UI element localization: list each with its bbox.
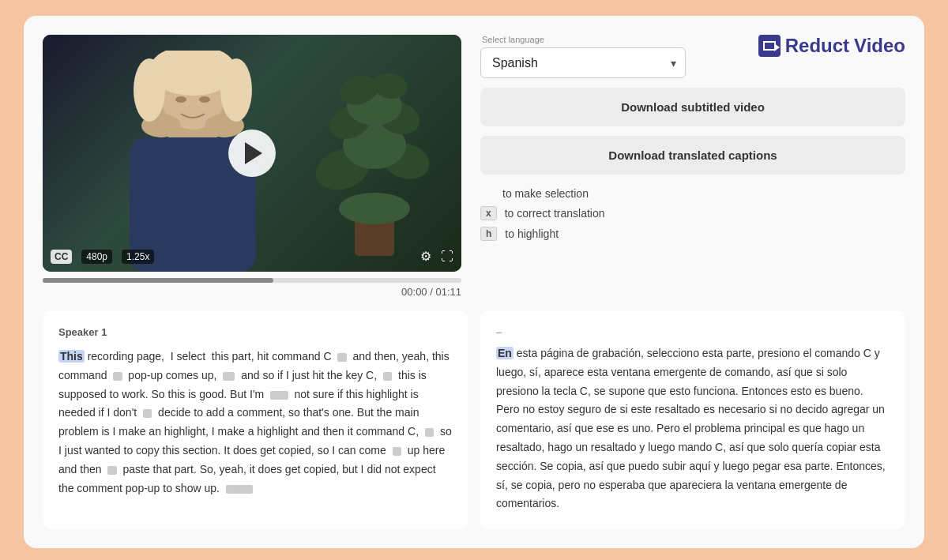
translated-text[interactable]: En esta página de grabación, selecciono … [496,344,890,513]
transcript-panel: Speaker 1 This recording page, I select … [43,310,468,529]
brand-icon [758,35,781,57]
shortcut-action-highlight: to highlight [505,227,559,240]
plant-silhouette [311,51,438,256]
shortcut-item-selection: to make selection [480,187,905,200]
shortcut-item-highlight: h to highlight [480,227,905,241]
redacted-9: ··· [107,466,116,475]
svg-point-11 [339,193,410,224]
brand-icon-inner [763,41,776,51]
shortcut-action-selection: to make selection [502,187,589,200]
speed-selector[interactable]: 1.25x [122,250,154,264]
video-player[interactable]: CC 480p 1.25x ⚙ ⛶ [43,35,461,272]
time-display: 00:00 / 01:11 [43,286,461,298]
progress-bar[interactable] [43,278,461,283]
shortcut-item-correct: x to correct translation [480,206,905,220]
brand-suffix: Video [854,35,905,57]
speaker-label: Speaker 1 [58,326,452,338]
redacted-8: ··· [393,447,401,456]
language-label: Select language [480,35,686,44]
fullscreen-icon[interactable]: ⛶ [441,250,453,264]
redacted-3: ···· [223,372,235,381]
highlight-word-en: En [496,347,514,359]
brand-logo: Reduct Video [758,35,905,57]
dash-line: – [496,326,890,338]
redacted-10: ········· [226,485,253,494]
right-panel: Select language Spanish French German Po… [480,35,905,241]
video-controls: CC 480p 1.25x ⚙ ⛶ [51,249,453,264]
svg-point-7 [220,58,252,122]
brand-name: Reduct [785,35,849,57]
redacted-7: ··· [425,428,434,437]
redacted-5: ······ [270,391,288,400]
shortcut-key-h: h [480,227,497,241]
svg-point-8 [175,96,186,103]
main-container: CC 480p 1.25x ⚙ ⛶ 00:00 / 01:11 Selec [24,16,924,548]
shortcut-key-x: x [480,206,497,220]
language-select[interactable]: Spanish French German Portuguese Italian [480,47,686,78]
translated-panel: – En esta página de grabación, seleccion… [480,310,905,529]
video-section: CC 480p 1.25x ⚙ ⛶ 00:00 / 01:11 [43,35,461,298]
download-subtitled-button[interactable]: Download subtitled video [480,88,905,126]
redacted-1: ··· [337,353,346,362]
play-button[interactable] [228,130,276,177]
redacted-2: ··· [113,372,122,381]
video-background [43,35,461,272]
redacted-6: ··· [143,409,152,418]
top-section: CC 480p 1.25x ⚙ ⛶ 00:00 / 01:11 Selec [43,35,905,298]
redacted-4: ··· [383,372,392,381]
cc-button[interactable]: CC [51,250,72,264]
language-select-group: Select language Spanish French German Po… [480,35,686,78]
bottom-section: Speaker 1 This recording page, I select … [43,310,905,529]
download-captions-button[interactable]: Download translated captions [480,136,905,175]
highlight-word-this: This [58,350,85,363]
header-row: Select language Spanish French German Po… [480,35,905,78]
language-select-wrapper: Spanish French German Portuguese Italian… [480,47,686,78]
transcript-text[interactable]: This recording page, I select this part,… [58,348,452,498]
shortcut-action-correct: to correct translation [505,207,605,220]
quality-selector[interactable]: 480p [81,250,112,264]
svg-point-9 [199,96,210,103]
shortcut-list: to make selection x to correct translati… [480,187,905,241]
play-icon [245,142,262,164]
svg-point-6 [134,58,165,122]
progress-fill [43,278,273,283]
settings-icon[interactable]: ⚙ [420,249,431,264]
